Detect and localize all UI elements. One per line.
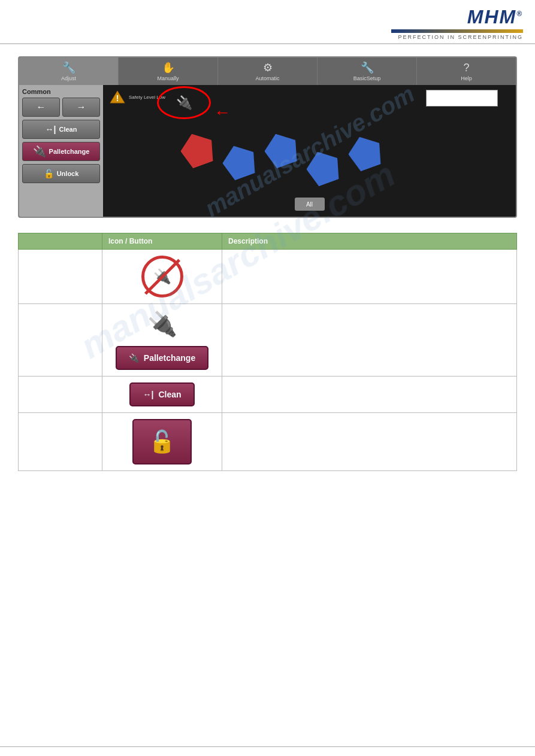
plug-icon: 🔌 (33, 145, 46, 158)
forbidden-icon: 🔌 (141, 256, 183, 297)
table-row-lock: 🔓 (19, 413, 517, 471)
table-cell-icon-4: 🔓 (102, 413, 222, 471)
logo-brand: MHM (467, 6, 516, 28)
pallet-item-3 (260, 128, 302, 170)
ui-panel: 🔧 Adjust ✋ Manually ⚙ Automatic 🔧 BasicS… (18, 56, 517, 218)
table-header-col1 (19, 233, 102, 250)
table-cell-label-2 (19, 304, 102, 377)
forbidden-plug-icon: 🔌 (153, 268, 171, 285)
pallet-shape-3 (260, 128, 302, 170)
table-row-forbidden: 🔌 (19, 250, 517, 304)
tab-automatic[interactable]: ⚙ Automatic (218, 57, 318, 85)
clean-arrows-icon: ↔| (143, 390, 153, 399)
table-cell-label-1 (19, 250, 102, 304)
tab-adjust[interactable]: 🔧 Adjust (19, 57, 119, 85)
header: MHM® PERFECTION IN SCREENPRINTING (0, 0, 535, 44)
clean-label: Clean (59, 126, 77, 133)
main-content: 🔧 Adjust ✋ Manually ⚙ Automatic 🔧 BasicS… (0, 44, 535, 495)
table-row-clean: ↔| Clean (19, 377, 517, 413)
adjust-icon: 🔧 (62, 61, 75, 74)
svg-text:!: ! (116, 93, 119, 103)
nav-left-button[interactable]: ← (22, 98, 60, 117)
logo-area: MHM® PERFECTION IN SCREENPRINTING (391, 6, 523, 40)
lock-icon: 🔓 (44, 169, 54, 178)
pallet-shape-5 (344, 131, 386, 173)
sidebar-section-label: Common (22, 88, 100, 95)
palletchange-plug-icon: 🔌 (129, 353, 139, 363)
tab-basicsetup-label: BasicSetup (353, 75, 381, 81)
pallet-item-4 (302, 146, 344, 188)
table-cell-desc-2 (222, 304, 517, 377)
table-cell-label-4 (19, 413, 102, 471)
warning-triangle-icon: ! (109, 90, 126, 104)
logo-registered: ® (516, 10, 523, 18)
table-cell-icon-1: 🔌 (102, 250, 222, 304)
pallets-area: All (103, 121, 516, 217)
pallet-shape-2 (218, 140, 260, 182)
pallet-item-1 (176, 128, 218, 170)
unlock-label: Unlock (57, 170, 79, 177)
lock-icon-large: 🔓 (149, 429, 176, 454)
red-arrow: ← (214, 103, 231, 122)
icon-cell-palletchange: 🔌 🔌 Palletchange (108, 310, 216, 370)
clean-button-large[interactable]: ↔| Clean (129, 382, 194, 406)
unlock-button[interactable]: 🔓 Unlock (22, 164, 100, 183)
hand-icon: ✋ (162, 61, 175, 74)
main-display: ! Safety Level Low 🔌 ← (103, 85, 516, 217)
table-header-col2: Icon / Button (102, 233, 222, 250)
help-icon: ? (463, 62, 469, 74)
table-cell-desc-1 (222, 250, 517, 304)
plug-icon-medium: 🔌 (147, 310, 177, 338)
icon-cell-lock: 🔓 (108, 419, 216, 464)
tab-basicsetup[interactable]: 🔧 BasicSetup (318, 57, 417, 85)
clean-large-label: Clean (158, 390, 181, 399)
info-table: Icon / Button Description 🔌 (18, 233, 517, 471)
logo-bar (391, 29, 523, 33)
palletchange-button-large[interactable]: 🔌 Palletchange (116, 346, 208, 370)
clean-icon: ↔| (46, 125, 56, 134)
gear-icon: ⚙ (263, 61, 273, 74)
pallet-shape-4 (302, 146, 344, 188)
pallet-shape-1 (176, 128, 218, 170)
tab-adjust-label: Adjust (61, 75, 76, 81)
panel-body: Common ← → ↔| Clean 🔌 Palletchange 🔓 Unl… (19, 85, 516, 217)
table-cell-icon-2: 🔌 🔌 Palletchange (102, 304, 222, 377)
plugin-highlight: 🔌 (157, 86, 211, 119)
icon-cell-clean: ↔| Clean (108, 382, 216, 406)
tab-help[interactable]: ? Help (417, 57, 516, 85)
tab-automatic-label: Automatic (255, 75, 279, 81)
pallet-item-2 (218, 140, 260, 182)
table-header-col3: Description (222, 233, 517, 250)
all-button[interactable]: All (295, 198, 325, 211)
icon-cell-forbidden: 🔌 (108, 256, 216, 297)
palletchange-label: Palletchange (49, 148, 90, 155)
table-cell-desc-3 (222, 377, 517, 413)
nav-right-button[interactable]: → (62, 98, 100, 117)
nav-arrows: ← → (22, 98, 100, 117)
table-cell-icon-3: ↔| Clean (102, 377, 222, 413)
clean-button[interactable]: ↔| Clean (22, 120, 100, 139)
page-footer (0, 746, 535, 750)
logo-text: MHM® (467, 6, 523, 28)
palletchange-button[interactable]: 🔌 Palletchange (22, 142, 100, 161)
lock-button-large[interactable]: 🔓 (132, 419, 192, 464)
table-cell-label-3 (19, 377, 102, 413)
tab-manually[interactable]: ✋ Manually (119, 57, 218, 85)
table-row-palletchange: 🔌 🔌 Palletchange (19, 304, 517, 377)
pallet-item-5 (344, 131, 386, 173)
tab-manually-label: Manually (157, 75, 179, 81)
palletchange-large-label: Palletchange (144, 353, 195, 363)
logo-subtitle: PERFECTION IN SCREENPRINTING (398, 34, 523, 40)
plugin-icon-large: 🔌 (176, 95, 192, 111)
table-cell-desc-4 (222, 413, 517, 471)
input-box[interactable] (426, 90, 498, 107)
tab-help-label: Help (461, 75, 472, 81)
tab-bar: 🔧 Adjust ✋ Manually ⚙ Automatic 🔧 BasicS… (19, 57, 516, 85)
wrench-icon: 🔧 (361, 61, 374, 74)
left-sidebar: Common ← → ↔| Clean 🔌 Palletchange 🔓 Unl… (19, 85, 103, 217)
